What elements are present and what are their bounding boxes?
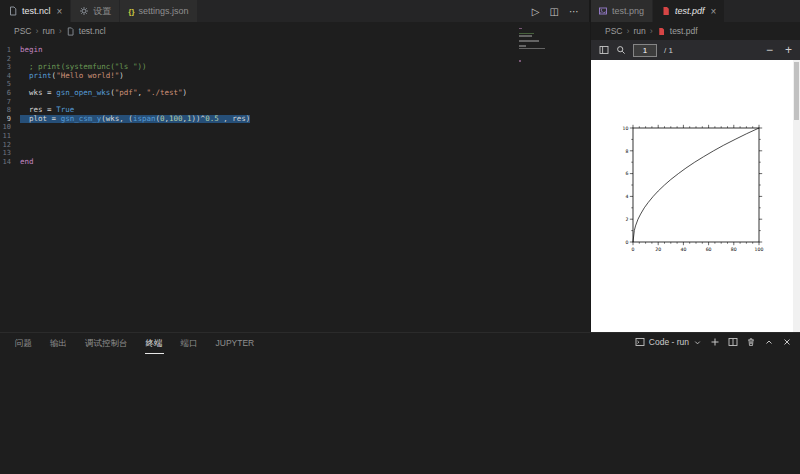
pdf-icon bbox=[661, 6, 671, 16]
split-terminal-icon[interactable] bbox=[728, 337, 738, 347]
editor-group-right-tabs: test.png test.pdf × bbox=[590, 0, 800, 22]
breadcrumb-item[interactable]: test.ncl bbox=[79, 26, 106, 36]
code-line[interactable]: 11 bbox=[0, 132, 590, 141]
breadcrumb-right: PSC › run › test.pdf bbox=[591, 22, 800, 40]
svg-text:100: 100 bbox=[755, 247, 764, 252]
svg-text:6: 6 bbox=[625, 171, 628, 176]
breadcrumb-item[interactable]: PSC bbox=[14, 26, 31, 36]
token-num: 100 bbox=[169, 114, 183, 123]
tab-settings[interactable]: 设置 bbox=[71, 0, 120, 22]
code-editor[interactable]: 1begin23 ; print(systemfunc("ls "))4 pri… bbox=[0, 40, 590, 332]
code-line[interactable]: 14end bbox=[0, 158, 590, 167]
tab-label: test.png bbox=[612, 6, 644, 16]
line-number: 10 bbox=[0, 123, 20, 132]
sidebar-toggle-icon[interactable] bbox=[599, 45, 609, 55]
breadcrumb-item[interactable]: test.pdf bbox=[670, 26, 698, 36]
token-plain bbox=[20, 71, 29, 80]
panel-tab[interactable]: 终端 bbox=[145, 334, 164, 354]
line-number: 8 bbox=[0, 106, 20, 115]
code-line[interactable]: 12 bbox=[0, 141, 590, 150]
token-fn: gsn_open_wks bbox=[56, 88, 110, 97]
gear-icon bbox=[79, 6, 89, 16]
svg-text:40: 40 bbox=[680, 247, 686, 252]
pdf-page[interactable]: 0204060801000246810 bbox=[591, 60, 793, 332]
svg-text:60: 60 bbox=[706, 247, 712, 252]
line-number: 6 bbox=[0, 89, 20, 98]
zoom-controls: − + bbox=[766, 43, 792, 57]
page-total-label: / 1 bbox=[664, 46, 673, 55]
minimap-line bbox=[519, 45, 526, 46]
minimap-line bbox=[519, 28, 522, 29]
minimap-line bbox=[519, 60, 521, 61]
tab-test-png[interactable]: test.png bbox=[590, 0, 653, 22]
code-text: plot = gsn_csm_y(wks, (ispan(0,100,1))^0… bbox=[20, 115, 250, 124]
panel-tab[interactable]: 调试控制台 bbox=[84, 334, 129, 354]
file-icon bbox=[66, 27, 75, 36]
search-icon[interactable] bbox=[616, 45, 626, 55]
code-line[interactable]: 10 bbox=[0, 123, 590, 132]
tab-label: settings.json bbox=[139, 6, 189, 16]
token-kw: end bbox=[20, 157, 34, 166]
terminal-profile-label: Code - run bbox=[649, 337, 689, 347]
line-number: 4 bbox=[0, 72, 20, 81]
token-fn: print bbox=[29, 71, 52, 80]
panel-tab[interactable]: 输出 bbox=[49, 334, 68, 354]
svg-text:10: 10 bbox=[623, 126, 629, 131]
plot-area: 0204060801000246810 bbox=[617, 120, 769, 260]
split-editor-icon[interactable]: ◫ bbox=[550, 6, 559, 17]
tab-test-ncl[interactable]: test.ncl × bbox=[0, 0, 71, 22]
token-plain: ))^ bbox=[192, 114, 206, 123]
pdf-scrollbar[interactable] bbox=[793, 60, 800, 332]
pdf-toolbar: / 1 − + bbox=[591, 40, 800, 60]
kill-terminal-trash-icon[interactable] bbox=[746, 337, 756, 347]
line-number: 14 bbox=[0, 158, 20, 167]
terminal-profile[interactable]: Code - run bbox=[635, 337, 702, 347]
pdf-plot: 0204060801000246810 bbox=[617, 120, 769, 256]
breadcrumb-item[interactable]: run bbox=[633, 26, 645, 36]
tab-test-pdf[interactable]: test.pdf × bbox=[653, 0, 725, 22]
line-number: 7 bbox=[0, 98, 20, 107]
more-actions-icon[interactable]: ⋯ bbox=[569, 6, 579, 17]
close-panel-icon[interactable] bbox=[782, 337, 792, 347]
code-lines: 1begin23 ; print(systemfunc("ls "))4 pri… bbox=[0, 46, 590, 166]
svg-text:0: 0 bbox=[625, 240, 628, 245]
tab-settings-json[interactable]: {} settings.json bbox=[120, 0, 197, 22]
minimap-line bbox=[519, 33, 534, 34]
run-file-icon[interactable]: ▷ bbox=[532, 6, 540, 17]
json-icon: {} bbox=[128, 7, 134, 16]
token-plain: (wks, ( bbox=[101, 114, 133, 123]
svg-text:4: 4 bbox=[625, 194, 628, 199]
new-terminal-icon[interactable] bbox=[710, 337, 720, 347]
editor-group-left-tabs: test.ncl × 设置 {} settings.json ▷ ◫ ⋯ bbox=[0, 0, 590, 22]
breadcrumb-item[interactable]: run bbox=[42, 26, 54, 36]
tab-label: 设置 bbox=[93, 5, 111, 18]
code-line[interactable]: 1begin bbox=[0, 46, 590, 55]
minimap-line bbox=[519, 40, 539, 41]
code-line[interactable]: 9 plot = gsn_csm_y(wks, (ispan(0,100,1))… bbox=[0, 115, 590, 124]
zoom-out-button[interactable]: − bbox=[766, 43, 773, 57]
close-icon[interactable]: × bbox=[711, 6, 717, 17]
svg-text:20: 20 bbox=[655, 247, 661, 252]
code-line[interactable]: 13 bbox=[0, 149, 590, 158]
panel-tabs: 问题输出调试控制台终端端口JUPYTER bbox=[6, 334, 263, 354]
page-number-input[interactable] bbox=[633, 44, 657, 57]
panel-tab[interactable]: 端口 bbox=[180, 334, 199, 354]
code-line[interactable]: 6 wks = gsn_open_wks("pdf", "./test") bbox=[0, 89, 590, 98]
zoom-in-button[interactable]: + bbox=[785, 43, 792, 57]
vscode-window: test.ncl × 设置 {} settings.json ▷ ◫ ⋯ tes… bbox=[0, 0, 800, 474]
maximize-panel-icon[interactable] bbox=[764, 337, 774, 347]
svg-text:2: 2 bbox=[625, 217, 628, 222]
code-line[interactable]: 7 bbox=[0, 98, 590, 107]
minimap[interactable] bbox=[519, 28, 547, 63]
code-text: print("Hello world!") bbox=[20, 72, 124, 81]
breadcrumb-left: PSC › run › test.ncl bbox=[0, 22, 590, 40]
code-line[interactable]: 4 print("Hello world!") bbox=[0, 72, 590, 81]
tab-label: test.ncl bbox=[22, 6, 51, 16]
panel-tab[interactable]: JUPYTER bbox=[215, 334, 256, 354]
close-icon[interactable]: × bbox=[57, 6, 63, 17]
panel-tab[interactable]: 问题 bbox=[14, 334, 33, 354]
breadcrumb-item[interactable]: PSC bbox=[605, 26, 622, 36]
token-fn: ispan bbox=[133, 114, 156, 123]
pdf-scrollbar-thumb[interactable] bbox=[794, 62, 799, 120]
token-str: "./test" bbox=[146, 88, 182, 97]
